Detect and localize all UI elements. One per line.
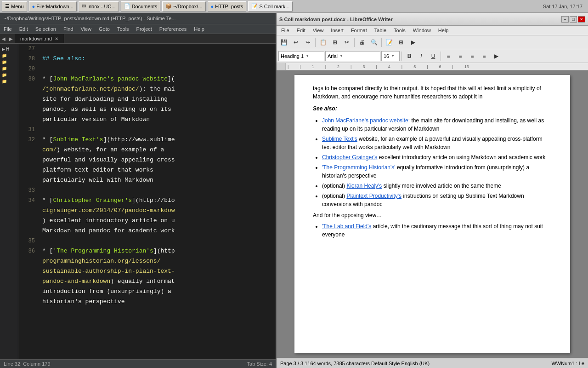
code-area[interactable]: 27 28 29 30 31 32 — [18, 44, 276, 359]
lo-bullet-1: John MacFarlane's pandoc website: the ma… — [322, 116, 552, 133]
lo-more-btn[interactable]: ▶ — [407, 37, 418, 47]
lo-link-1[interactable]: John MacFarlane's pandoc website — [322, 117, 408, 124]
lo-link-7[interactable]: 'The Lab and Field's — [322, 223, 371, 230]
lo-size-selector[interactable]: 16 ▼ — [381, 51, 400, 61]
sublime-menu-edit[interactable]: Edit — [16, 24, 32, 34]
lo-bullet-5: (optional) Kieran Healy's slightly more … — [322, 182, 552, 190]
lo-menu-help[interactable]: Help — [435, 27, 452, 34]
lo-menu-tools[interactable]: Tools — [391, 27, 408, 34]
lo-more-format-btn[interactable]: ▶ — [491, 51, 502, 61]
lo-link-3[interactable]: Christopher Grainger's — [322, 154, 377, 161]
lo-menu-insert[interactable]: Insert — [328, 27, 346, 34]
sublime-menu-find[interactable]: Find — [60, 24, 77, 34]
sublime-tab-markdown[interactable]: markdown.md ✕ — [15, 34, 64, 43]
tab-close-btn[interactable]: ✕ — [55, 36, 58, 41]
lo-cut-btn[interactable]: ✂ — [341, 37, 352, 47]
taskbar-inbox-btn[interactable]: ✉ Inbox - UC... — [79, 1, 119, 12]
toolbar-separator-4 — [401, 52, 402, 61]
lo-minimize-btn[interactable]: − — [561, 16, 569, 23]
lo-align-justify-btn[interactable]: ≡ — [479, 51, 490, 61]
sublime-menu-view[interactable]: View — [77, 24, 95, 34]
lo-print-btn[interactable]: 🖨 — [356, 37, 368, 47]
sublime-menu-file[interactable]: File — [0, 24, 16, 34]
lo-align-right-btn[interactable]: ≡ — [467, 51, 478, 61]
sublime-menu-goto[interactable]: Goto — [95, 24, 113, 34]
lo-textbox-btn[interactable]: 📝 — [384, 37, 395, 47]
taskbar-clock: Sat 17 Jan, 17:17 — [543, 4, 586, 9]
lo-underline-btn[interactable]: U — [428, 51, 439, 61]
toolbar-separator-3 — [381, 38, 382, 47]
lo-style-selector[interactable]: Heading 1 ▼ — [278, 51, 324, 61]
sublime-menu-project[interactable]: Project — [133, 24, 156, 34]
taskbar-dropbox-btn[interactable]: 📦 ~/Dropbox/... — [162, 1, 205, 12]
sublime-menu-preferences[interactable]: Preferences — [156, 24, 190, 34]
code-line-36: * ['The Programming Historian's](http — [42, 246, 276, 256]
lo-statusbar: Page 3 / 3 1164 words, 7885 characters D… — [277, 358, 588, 368]
code-content[interactable]: ## See also: * [John MacFarlane's pandoc… — [39, 44, 276, 359]
lo-link-5[interactable]: Kieran Healy's — [346, 183, 382, 189]
sublime-statusbar: Line 32, Column 179 Tab Size: 4 — [0, 359, 276, 368]
lo-redo-btn[interactable]: ↪ — [302, 37, 313, 47]
lo-menu-file[interactable]: File — [278, 27, 292, 34]
lo-bold-btn[interactable]: B — [404, 51, 415, 61]
taskbar-menu-btn[interactable]: ☰ Menu — [2, 1, 27, 12]
lo-menu-edit[interactable]: Edit — [294, 27, 308, 34]
main-container: ~/Dropbox/Writings/HTTP_posts/markdown.m… — [0, 13, 588, 368]
lo-find-btn[interactable]: 🔍 — [368, 37, 379, 47]
lo-link-4[interactable]: 'The Programming Historian's' — [322, 164, 396, 171]
code-editor[interactable]: 27 28 29 30 31 32 — [18, 44, 276, 359]
lo-close-btn[interactable]: ✕ — [578, 16, 585, 23]
code-line-29 — [42, 64, 276, 74]
folder-icon-3: 📁 — [2, 60, 7, 64]
code-line-36f: historian's perspective — [42, 297, 276, 307]
lo-paste-btn[interactable]: 📋 — [317, 37, 328, 47]
sidebar-folder-row5: 📁 — [0, 78, 18, 85]
docs-icon: 📄 — [124, 3, 130, 9]
taskbar-scoll-btn[interactable]: 📝 S Coll mark... — [248, 1, 293, 12]
sublime-menu-selection[interactable]: Selection — [32, 24, 60, 34]
lo-maximize-btn[interactable]: □ — [570, 16, 577, 23]
lo-copy-btn[interactable]: ⊞ — [329, 37, 340, 47]
lo-align-left-btn[interactable]: ≡ — [443, 51, 454, 61]
libreoffice-panel: S Coll markdown post.docx - LibreOffice … — [276, 13, 588, 368]
lo-align-center-btn[interactable]: ≡ — [455, 51, 466, 61]
scoll-icon: 📝 — [251, 3, 258, 9]
sublime-text-panel: ~/Dropbox/Writings/HTTP_posts/markdown.m… — [0, 13, 276, 368]
taskbar-chrome-btn[interactable]: ● File:Markdown... — [29, 1, 77, 12]
lo-menu-view[interactable]: View — [310, 27, 327, 34]
lo-menu-window[interactable]: Window — [410, 27, 434, 34]
lo-ruler-margin-left — [277, 63, 286, 70]
code-line-32e: particularly well with Markdown — [42, 175, 276, 185]
lo-save-btn[interactable]: 💾 — [278, 37, 289, 47]
lo-link-6[interactable]: Plaintext Productivity's — [346, 193, 401, 199]
size-dropdown-arrow: ▼ — [391, 54, 395, 58]
lo-intro-text: tags to be compared directly to their ou… — [313, 84, 552, 101]
lo-menu-table[interactable]: Table — [372, 27, 389, 34]
lo-italic-btn[interactable]: I — [416, 51, 427, 61]
tab-arrow-left[interactable]: ◀ — [0, 36, 7, 41]
code-line-36c: sustainable-authorship-in-plain-text- — [42, 266, 276, 276]
lo-link-2[interactable]: Sublime Text's — [322, 136, 357, 142]
taskbar-http-btn[interactable]: ● HTTP_posts — [208, 1, 247, 12]
taskbar: ☰ Menu ● File:Markdown... ✉ Inbox - UC..… — [0, 0, 588, 13]
lo-table-btn[interactable]: ⊞ — [396, 37, 407, 47]
line-numbers: 27 28 29 30 31 32 — [18, 44, 39, 359]
lo-opposing-view-text: And for the opposing view… — [313, 211, 552, 219]
taskbar-docs-btn[interactable]: 📄 Documents — [121, 1, 161, 12]
chrome-icon: ● — [32, 4, 35, 9]
lo-toolbar2: Heading 1 ▼ Arial ▼ 16 ▼ B I U ≡ ≡ ≡ ≡ ▶ — [277, 49, 588, 63]
code-line-34c: ) excellent introductory article on u — [42, 216, 276, 226]
sublime-menu-tools[interactable]: Tools — [113, 24, 133, 34]
lo-menu-format[interactable]: Format — [348, 27, 370, 34]
folder-icon-6: 📁 — [2, 79, 7, 84]
sublime-menu-help[interactable]: Help — [190, 24, 208, 34]
lo-font-selector[interactable]: Arial ▼ — [325, 51, 380, 61]
lo-ruler: | | 1 | 2 | 3 | 4 | 5 | 6 | 13 — [277, 63, 588, 70]
folder-icon: ▶ — [2, 47, 5, 52]
http-icon: ● — [211, 4, 214, 9]
lo-document-area[interactable]: tags to be compared directly to their ou… — [277, 70, 588, 358]
lo-undo-btn[interactable]: ↩ — [290, 37, 301, 47]
lo-statusbar-right: WWNum1 : Le — [551, 361, 584, 366]
font-dropdown-arrow: ▼ — [339, 54, 343, 58]
tab-arrow-right[interactable]: ▶ — [7, 36, 15, 41]
